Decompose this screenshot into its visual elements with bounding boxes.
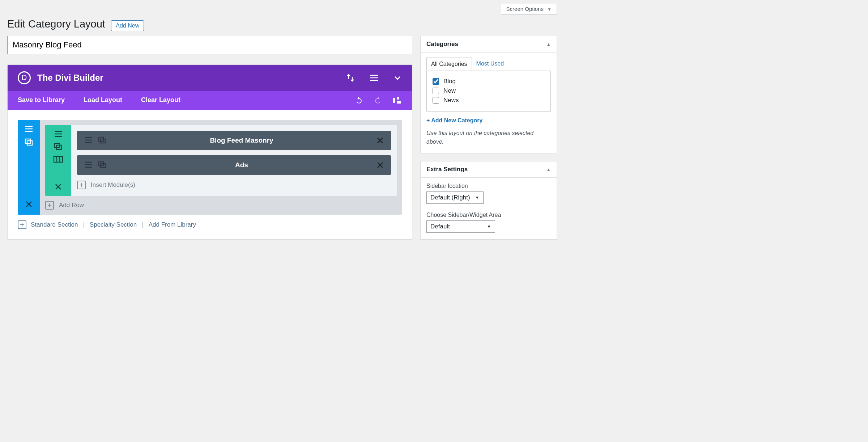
close-icon[interactable] bbox=[376, 137, 384, 144]
menu-icon[interactable] bbox=[54, 130, 63, 138]
category-label: Blog bbox=[443, 78, 456, 85]
standard-section-button[interactable]: Standard Section bbox=[18, 220, 78, 229]
categories-header: Categories bbox=[426, 41, 546, 48]
save-to-library-button[interactable]: Save to Library bbox=[18, 96, 65, 104]
row-handle[interactable] bbox=[45, 125, 71, 196]
section-handle[interactable] bbox=[18, 120, 40, 215]
close-icon[interactable] bbox=[376, 161, 384, 169]
tab-most-used[interactable]: Most Used bbox=[472, 58, 508, 71]
chevron-down-icon[interactable] bbox=[393, 73, 402, 82]
panel-toggle-icon[interactable]: ▲ bbox=[546, 42, 551, 47]
divi-header: D The Divi Builder bbox=[8, 65, 412, 91]
row: Blog Feed Masonry bbox=[45, 125, 397, 196]
divi-builder-panel: D The Divi Builder bbox=[7, 64, 412, 240]
screen-options-button[interactable]: Screen Options ▼ bbox=[501, 4, 557, 14]
svg-rect-3 bbox=[393, 98, 395, 103]
duplicate-icon[interactable] bbox=[24, 138, 34, 147]
layout-title-input[interactable] bbox=[7, 36, 412, 54]
divi-title: The Divi Builder bbox=[37, 73, 346, 83]
svg-rect-18 bbox=[54, 156, 63, 162]
plus-icon bbox=[45, 201, 54, 210]
svg-rect-4 bbox=[397, 97, 399, 100]
close-icon[interactable] bbox=[54, 183, 62, 191]
category-item[interactable]: New bbox=[433, 87, 545, 94]
sidebar-location-select[interactable]: Default (Right) ▼ bbox=[426, 191, 484, 204]
add-new-category-link[interactable]: + Add New Category bbox=[426, 117, 482, 124]
category-item[interactable]: Blog bbox=[433, 78, 545, 85]
sidebar-location-value: Default (Right) bbox=[430, 194, 470, 201]
extra-settings-header: Extra Settings bbox=[426, 166, 546, 173]
category-label: News bbox=[443, 97, 459, 104]
menu-icon[interactable] bbox=[24, 125, 34, 133]
screen-options-label: Screen Options bbox=[506, 6, 544, 12]
module-item[interactable]: Blog Feed Masonry bbox=[77, 131, 391, 150]
swap-icon[interactable] bbox=[346, 73, 355, 82]
portability-icon[interactable] bbox=[392, 96, 402, 105]
duplicate-icon[interactable] bbox=[54, 142, 63, 151]
divi-logo-icon: D bbox=[18, 71, 31, 84]
page-title: Edit Category Layout bbox=[7, 18, 105, 30]
separator: | bbox=[142, 221, 143, 228]
duplicate-icon[interactable] bbox=[98, 161, 107, 169]
widget-area-select[interactable]: Default ▼ bbox=[426, 220, 495, 233]
tab-all-categories[interactable]: All Categories bbox=[426, 58, 472, 71]
plus-icon bbox=[77, 181, 86, 189]
widget-area-value: Default bbox=[430, 223, 450, 230]
category-label: New bbox=[443, 87, 456, 94]
categories-hint: Use this layout on the categories select… bbox=[426, 129, 551, 146]
module-item[interactable]: Ads bbox=[77, 155, 391, 175]
load-layout-button[interactable]: Load Layout bbox=[84, 96, 122, 104]
redo-icon[interactable] bbox=[374, 96, 382, 105]
insert-module-button[interactable]: Insert Module(s) bbox=[77, 180, 391, 190]
panel-toggle-icon[interactable]: ▲ bbox=[546, 167, 551, 172]
add-from-library-label: Add From Library bbox=[149, 221, 196, 228]
section: Blog Feed Masonry bbox=[18, 120, 402, 215]
menu-icon[interactable] bbox=[84, 136, 93, 144]
chevron-down-icon: ▼ bbox=[487, 224, 491, 229]
chevron-down-icon: ▼ bbox=[475, 195, 480, 200]
category-checkbox[interactable] bbox=[433, 78, 439, 85]
categories-panel: Categories ▲ All Categories Most Used Bl… bbox=[420, 36, 557, 153]
plus-icon bbox=[18, 220, 26, 229]
specialty-section-label: Specialty Section bbox=[90, 221, 137, 228]
svg-rect-5 bbox=[397, 101, 401, 104]
clear-layout-button[interactable]: Clear Layout bbox=[141, 96, 180, 104]
menu-icon[interactable] bbox=[369, 73, 379, 82]
standard-section-label: Standard Section bbox=[31, 221, 78, 228]
divi-toolbar: Save to Library Load Layout Clear Layout bbox=[8, 91, 412, 110]
menu-icon[interactable] bbox=[84, 161, 93, 169]
module-label: Blog Feed Masonry bbox=[107, 136, 376, 144]
chevron-down-icon: ▼ bbox=[547, 7, 552, 12]
close-icon[interactable] bbox=[25, 200, 33, 208]
duplicate-icon[interactable] bbox=[98, 136, 107, 144]
widget-area-label: Choose Sidebar/Widget Area bbox=[426, 212, 551, 218]
category-item[interactable]: News bbox=[433, 97, 545, 104]
specialty-section-button[interactable]: Specialty Section bbox=[90, 221, 137, 228]
columns-icon[interactable] bbox=[53, 155, 63, 163]
extra-settings-panel: Extra Settings ▲ Sidebar location Defaul… bbox=[420, 161, 557, 240]
separator: | bbox=[83, 221, 84, 228]
insert-module-label: Insert Module(s) bbox=[91, 181, 135, 189]
add-row-button[interactable]: Add Row bbox=[45, 201, 397, 210]
category-checkbox[interactable] bbox=[433, 88, 439, 94]
undo-icon[interactable] bbox=[355, 96, 363, 105]
add-new-button[interactable]: Add New bbox=[111, 20, 144, 31]
module-label: Ads bbox=[107, 161, 376, 169]
category-checkbox[interactable] bbox=[433, 97, 439, 104]
add-from-library-button[interactable]: Add From Library bbox=[149, 221, 196, 228]
sidebar-location-label: Sidebar location bbox=[426, 183, 551, 189]
add-row-label: Add Row bbox=[59, 202, 84, 209]
